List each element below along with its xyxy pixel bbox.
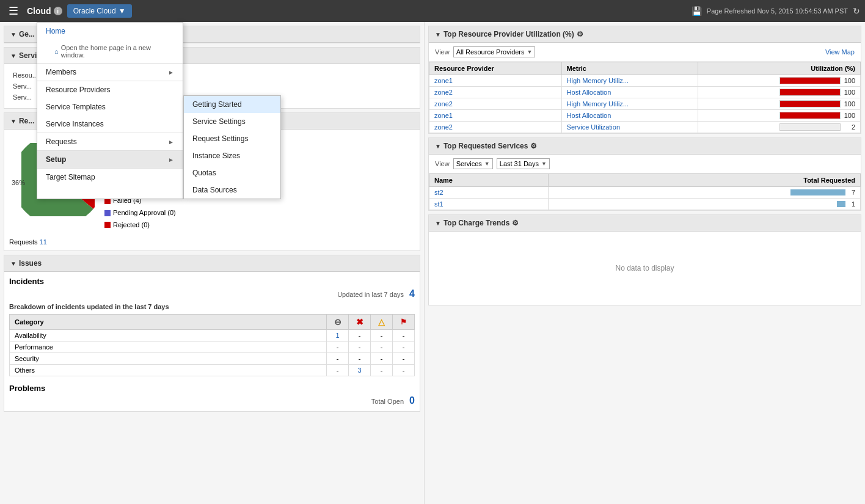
charge-widget: ▼ Top Charge Trends ⚙ No data to display	[428, 214, 861, 305]
rpu-metric-link-1[interactable]: Host Allocation	[567, 89, 611, 96]
trs-val-1: 1	[848, 200, 855, 208]
trs-bar-1	[837, 201, 845, 207]
menu-item-home[interactable]: Home	[37, 23, 183, 40]
req-collapse-icon[interactable]: ▼	[10, 118, 16, 125]
rpu-metric-link-0[interactable]: High Memory Utiliz...	[567, 77, 629, 84]
menu-item-resource-providers[interactable]: Resource Providers	[37, 81, 183, 98]
updated-count: 4	[409, 288, 415, 299]
legend-dot-pending	[104, 210, 111, 216]
save-icon[interactable]: 💾	[692, 6, 702, 16]
perf-col3: -	[371, 341, 393, 353]
rpu-provider-link-2[interactable]: zone2	[434, 100, 453, 108]
rpu-header-row: Resource Provider Metric Utilization (%)	[429, 62, 861, 75]
rpu-provider-link-3[interactable]: zone1	[434, 112, 453, 119]
rpu-view-label: View	[435, 48, 450, 56]
cat-security: Security	[10, 353, 327, 365]
flag-icon: ⚑	[400, 318, 407, 326]
avail-col4: -	[393, 330, 415, 341]
si-collapse-icon[interactable]: ▼	[10, 53, 16, 59]
rpu-util-bar-3	[779, 112, 841, 119]
submenu-item-data-sources[interactable]: Data Sources	[184, 181, 280, 199]
rpu-provider-link-0[interactable]: zone1	[434, 77, 453, 84]
trs-col-total: Total Requested	[549, 174, 861, 187]
menu-item-setup[interactable]: Setup ►	[37, 151, 183, 168]
submenu-item-instance-sizes[interactable]: Instance Sizes	[184, 147, 280, 164]
refresh-icon[interactable]: ↻	[853, 6, 860, 16]
submenu-item-getting-started[interactable]: Getting Started	[184, 96, 280, 113]
members-arrow-icon: ►	[168, 69, 174, 76]
menu-item-members[interactable]: Members ►	[37, 64, 183, 81]
problems-title: Problems	[9, 384, 415, 393]
rpu-metric-link-2[interactable]: High Memory Utiliz...	[567, 100, 629, 108]
trs-collapse-icon[interactable]: ▼	[435, 143, 441, 150]
rpu-gear-icon[interactable]: ⚙	[577, 30, 583, 38]
menu-item-service-templates[interactable]: Service Templates	[37, 98, 183, 115]
submenu-item-service-settings[interactable]: Service Settings	[184, 113, 280, 130]
legend-rejected: Rejected (0)	[104, 219, 189, 232]
rpu-util-val-4: 2	[843, 123, 855, 131]
submenu-item-quotas[interactable]: Quotas	[184, 164, 280, 181]
rpu-cell-metric-3: Host Allocation	[561, 110, 698, 122]
issues-section: ▼ Issues Incidents Updated in last 7 day…	[4, 255, 420, 412]
hamburger-button[interactable]: ☰	[5, 3, 22, 19]
sec-col1: -	[327, 353, 349, 365]
charge-collapse-icon[interactable]: ▼	[435, 220, 441, 227]
oracle-cloud-button[interactable]: Oracle Cloud ▼	[67, 4, 132, 18]
incidents-title: Incidents	[9, 277, 415, 286]
charge-content: No data to display	[429, 232, 861, 305]
submenu-item-request-settings[interactable]: Request Settings	[184, 130, 280, 147]
charge-no-data: No data to display	[615, 264, 674, 272]
home-icon: ⌂	[54, 48, 59, 55]
rpu-util-fill-0	[780, 78, 840, 84]
issues-collapse-icon[interactable]: ▼	[10, 260, 16, 267]
avail-link1[interactable]: 1	[335, 332, 339, 339]
setup-label: Setup	[46, 155, 66, 164]
setup-arrow-icon: ►	[168, 156, 174, 163]
other-col2: 3	[349, 365, 371, 376]
rpu-util-container-1: 100	[703, 89, 855, 96]
others-link2[interactable]: 3	[357, 367, 361, 374]
trs-time-dropdown[interactable]: Last 31 Days ▼	[497, 158, 550, 169]
incidents-table: Category ⊖ ✖ △ ⚑	[9, 314, 415, 376]
minus-icon: ⊖	[334, 317, 341, 327]
menu-item-open-new-window[interactable]: ⌂ Open the home page in a new window.	[37, 40, 183, 63]
rpu-util-fill-1	[780, 89, 840, 95]
trs-name-link-1[interactable]: st1	[434, 200, 443, 208]
trs-time-arrow-icon: ▼	[541, 161, 547, 167]
rpu-cell-util-2: 100	[698, 98, 861, 110]
rpu-row-0: zone1 High Memory Utiliz... 100	[429, 75, 861, 87]
incidents-row-availability: Availability 1 - - -	[10, 330, 415, 341]
menu-item-service-instances[interactable]: Service Instances	[37, 115, 183, 133]
requests-footer: Requests 11	[4, 236, 420, 250]
view-map-link[interactable]: View Map	[825, 48, 855, 56]
charge-header: ▼ Top Charge Trends ⚙	[429, 215, 861, 232]
trs-services-dropdown[interactable]: Services ▼	[453, 158, 493, 169]
rpu-collapse-icon[interactable]: ▼	[435, 31, 441, 38]
rpu-row-2: zone2 High Memory Utiliz... 100	[429, 98, 861, 110]
requests-count-link[interactable]: 11	[40, 238, 47, 246]
oracle-cloud-dropdown: Home ⌂ Open the home page in a new windo…	[37, 22, 281, 199]
menu-item-requests[interactable]: Requests ►	[37, 133, 183, 150]
charge-gear-icon[interactable]: ⚙	[512, 219, 519, 227]
rpu-provider-link-1[interactable]: zone2	[434, 89, 453, 96]
rpu-view-value: All Resource Providers	[456, 48, 525, 56]
rpu-util-bar-0	[779, 77, 841, 84]
rpu-provider-link-4[interactable]: zone2	[434, 123, 453, 131]
trs-name-link-0[interactable]: st2	[434, 189, 443, 196]
rpu-metric-link-4[interactable]: Service Utilization	[567, 123, 620, 131]
rpu-widget: ▼ Top Resource Provider Utilization (%) …	[428, 26, 861, 134]
rpu-metric-link-3[interactable]: Host Allocation	[567, 112, 611, 119]
trs-gear-icon[interactable]: ⚙	[530, 142, 537, 150]
incidents-row-performance: Performance - - - -	[10, 341, 415, 353]
gs-collapse-icon[interactable]: ▼	[10, 31, 16, 38]
col-provider: Resource Provider	[429, 62, 562, 75]
rpu-util-val-2: 100	[843, 100, 855, 108]
rpu-view-dropdown[interactable]: All Resource Providers ▼	[453, 46, 536, 57]
rpu-header: ▼ Top Resource Provider Utilization (%) …	[429, 26, 861, 43]
menu-item-target-sitemap[interactable]: Target Sitemap	[37, 169, 183, 186]
rpu-cell-provider-3: zone1	[429, 110, 562, 122]
col-category: Category	[10, 315, 327, 330]
rpu-row-1: zone2 Host Allocation 100	[429, 87, 861, 98]
rpu-cell-metric-1: Host Allocation	[561, 87, 698, 98]
rpu-util-fill-2	[780, 101, 840, 107]
